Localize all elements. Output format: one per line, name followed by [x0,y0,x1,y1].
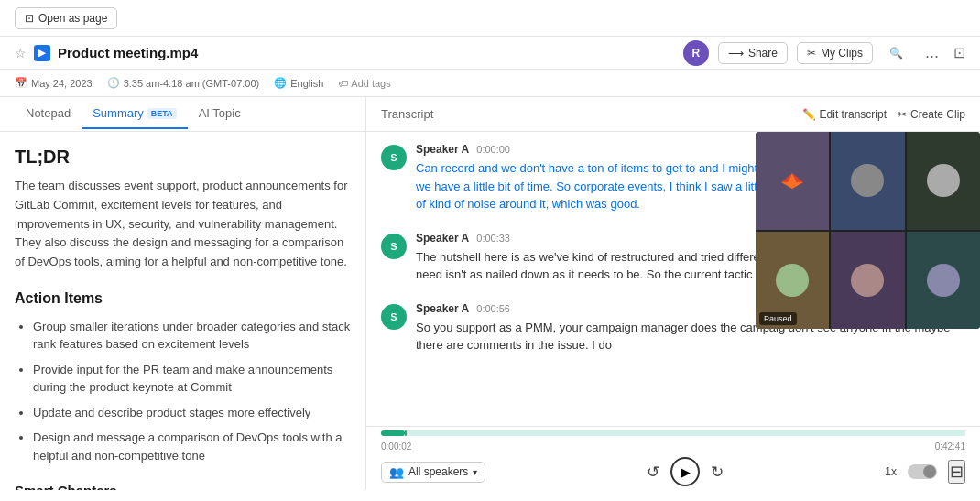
rewind-button[interactable]: ↺ [647,463,659,482]
speaker-select[interactable]: 👥 All speakers ▾ [381,462,485,483]
open-page-label: Open as page [38,12,107,25]
create-clip-button[interactable]: ✂ Create Clip [898,108,965,121]
smart-chapters-heading: Smart Chapters [15,483,351,490]
progress-markers [405,430,965,436]
video-cell-5 [831,232,904,330]
action-items-title: Action Items [15,290,351,307]
clips-icon: ✂ [807,47,816,60]
add-tags-button[interactable]: 🏷 Add tags [338,78,390,89]
share-label: Share [748,47,778,60]
tab-ai-topic[interactable]: AI Topic [188,99,252,129]
speaker-name: Speaker A [416,143,469,156]
layout-button[interactable]: ⊟ [948,460,965,484]
progress-fill [381,430,405,436]
language-meta: 🌐 English [274,77,323,89]
file-type-icon: ▶ [34,45,50,61]
video-cell-6 [907,232,980,330]
clip-icon: ✂ [898,108,907,121]
play-button[interactable]: ▶ [670,457,700,486]
page-title: Product meeting.mp4 [58,45,198,60]
tab-notepad[interactable]: Notepad [15,99,82,129]
open-page-icon: ⊡ [25,12,34,25]
play-icon: ▶ [681,465,691,479]
language-icon: 🌐 [274,77,287,89]
share-icon: ⟶ [728,47,744,60]
clock-icon: 🕐 [107,77,120,89]
speed-button[interactable]: 1x [885,465,897,478]
speakers-icon: 👥 [389,465,404,479]
video-overlay: Paused [756,132,980,329]
video-cell-4: Paused [756,232,829,330]
tldr-heading: TL;DR [15,147,351,168]
video-cell-3 [907,132,980,230]
tab-summary[interactable]: Summary BETA [82,99,187,129]
my-clips-button[interactable]: ✂ My Clips [797,42,873,64]
open-as-page-button[interactable]: ⊡ Open as page [15,7,117,29]
search-button[interactable]: 🔍 [882,43,910,63]
list-item: Design and message a comparison of DevOp… [33,429,351,464]
video-cell-1 [756,132,829,230]
paused-label: Paused [759,312,797,325]
action-items-list: Group smaller iterations under broader c… [15,318,351,465]
video-cell-2 [831,132,904,230]
timestamp: 0:00:00 [476,144,510,155]
my-clips-label: My Clips [821,47,863,60]
list-item: Update and describe product stages more … [33,404,351,422]
avatar[interactable]: R [683,40,709,66]
edit-transcript-button[interactable]: ✏️ Edit transcript [802,108,887,121]
summary-body: The team discusses event support, produc… [15,177,351,272]
chevron-down-icon: ▾ [473,467,477,477]
gitlab-logo [779,171,806,190]
edit-icon: ✏️ [802,108,816,121]
star-icon[interactable]: ☆ [15,46,27,60]
timestamp: 0:00:33 [476,233,510,244]
speaker-name: Speaker A [416,302,469,315]
captions-toggle[interactable] [908,464,937,479]
speaker-avatar: S [381,145,407,170]
list-item: Group smaller iterations under broader c… [33,318,351,354]
current-time: 0:00:02 [381,441,411,452]
more-options-button[interactable]: ... [920,41,944,64]
list-item: Provide input for the PR team and make a… [33,361,351,397]
speaker-avatar: S [381,304,407,330]
fast-forward-button[interactable]: ↻ [711,463,724,482]
progress-bar[interactable] [381,430,965,436]
share-button[interactable]: ⟶ Share [718,42,788,64]
summary-beta-badge: BETA [147,108,177,119]
toggle-thumb [923,465,936,478]
date-meta: 📅 May 24, 2023 [15,77,93,89]
calendar-icon: 📅 [15,77,27,89]
transcript-label: Transcript [381,107,433,121]
time-meta: 🕐 3:35 am-4:18 am (GMT-07:00) [107,77,260,89]
speaker-avatar: S [381,234,407,259]
speaker-name: Speaker A [416,232,469,245]
search-icon: 🔍 [889,47,903,60]
total-time: 0:42:41 [935,441,965,452]
timestamp: 0:00:56 [476,303,510,314]
sidebar-toggle-button[interactable]: ⊡ [953,44,965,61]
tag-icon: 🏷 [338,78,348,89]
